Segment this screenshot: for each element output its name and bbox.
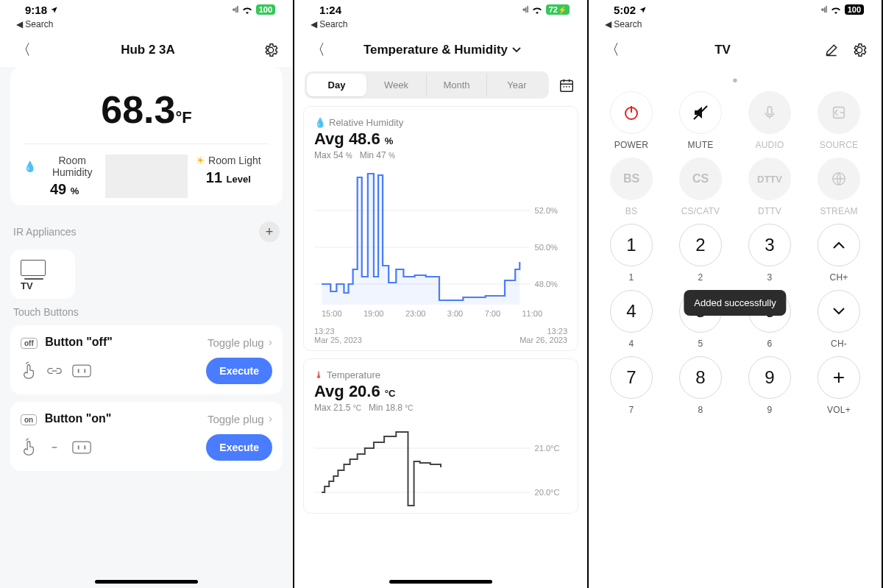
segment-week[interactable]: Week <box>366 74 427 96</box>
num-8-button[interactable]: 8 <box>679 356 722 399</box>
wifi-icon <box>830 5 842 14</box>
segment-day[interactable]: Day <box>307 74 366 96</box>
page-title: Hub 2 3A <box>121 43 175 57</box>
dttv-button[interactable]: DTTV <box>748 157 791 200</box>
touch-button-action[interactable]: Toggle plug› <box>208 412 272 425</box>
num-3-button[interactable]: 3 <box>748 224 791 266</box>
home-indicator[interactable] <box>389 580 492 584</box>
chevron-right-icon: › <box>269 412 272 425</box>
settings-button[interactable] <box>262 41 280 59</box>
svg-rect-0 <box>73 365 91 377</box>
num-7-button[interactable]: 7 <box>610 356 653 399</box>
mute-button[interactable] <box>679 91 722 134</box>
edit-button[interactable] <box>823 41 840 59</box>
power-icon <box>623 104 640 121</box>
humidity-icon: 💧 <box>314 117 326 128</box>
calendar-icon <box>558 77 575 93</box>
touch-button-action[interactable]: Toggle plug› <box>208 336 272 349</box>
segment-year[interactable]: Year <box>487 74 547 96</box>
light-label: Room Light <box>208 155 261 166</box>
page-dots[interactable]: ● <box>599 71 871 87</box>
touch-button-name: Button "on" <box>45 412 112 425</box>
state-badge: off <box>21 338 38 349</box>
humidity-card: 💧Relative Humidity Avg 48.6 % Max 54 % M… <box>303 106 578 351</box>
touch-section-label: Touch Buttons <box>13 306 79 318</box>
svg-rect-1 <box>78 369 79 372</box>
battery-indicator: 72⚡ <box>546 4 570 15</box>
num-2-button[interactable]: 2 <box>679 224 722 266</box>
back-button[interactable]: 〈 <box>13 40 34 60</box>
humidity-icon: 💧 <box>24 160 36 172</box>
svg-rect-5 <box>84 445 85 449</box>
num-4-button[interactable]: 4 <box>610 290 653 333</box>
link-icon <box>47 444 62 451</box>
touch-button-name: Button "off" <box>45 336 113 348</box>
wifi-icon <box>241 5 253 14</box>
cs-button[interactable]: CS <box>679 157 722 200</box>
humidity-value: 49 % <box>24 181 105 198</box>
page-title: TV <box>714 43 731 57</box>
globe-icon <box>831 171 847 187</box>
source-button[interactable] <box>818 91 860 134</box>
touch-button-off: off Button "off" Toggle plug› Execute <box>10 325 283 394</box>
segment-month[interactable]: Month <box>427 74 487 96</box>
battery-indicator: 100 <box>256 4 275 15</box>
temperature-card: 🌡Temperature Avg 20.6 °C Max 21.5 °C Min… <box>303 358 578 514</box>
temperature-chart: 21.0°C 20.0°C <box>314 419 567 507</box>
status-time: 1:24 <box>319 4 341 16</box>
signal-icon: •ıl <box>821 4 827 15</box>
humidity-xticks: 15:00 19:00 23:00 3:00 7:00 11:00 <box>314 306 567 319</box>
num-9-button[interactable]: 9 <box>748 356 791 399</box>
appliance-tv[interactable]: TV <box>10 249 75 299</box>
calendar-button[interactable] <box>556 75 577 96</box>
home-indicator[interactable] <box>95 580 198 584</box>
num-1-button[interactable]: 1 <box>610 224 653 266</box>
audio-button[interactable] <box>748 91 791 134</box>
mute-icon <box>692 104 709 121</box>
status-bar: 9:18 •ıl 100 <box>0 0 293 19</box>
back-button[interactable]: 〈 <box>308 40 328 60</box>
settings-button[interactable] <box>851 41 868 59</box>
svg-rect-23 <box>767 107 772 115</box>
back-to-search[interactable]: ◀ Search <box>0 19 293 29</box>
execute-button[interactable]: Execute <box>206 434 272 461</box>
signal-icon: •ıl <box>233 4 238 15</box>
bs-button[interactable]: BS <box>610 157 653 200</box>
svg-point-7 <box>563 85 564 87</box>
svg-text:21.0°C: 21.0°C <box>534 444 559 453</box>
humidity-label: Room Humidity <box>39 155 105 178</box>
back-to-search[interactable]: ◀ Search <box>589 19 882 29</box>
chevron-up-icon <box>832 241 845 249</box>
vol-up-button[interactable]: + <box>818 356 860 399</box>
gear-icon <box>263 42 279 58</box>
page-title[interactable]: Temperature & Humidity <box>364 43 521 57</box>
tap-icon <box>21 361 37 380</box>
light-icon: ☀︎ <box>196 155 205 166</box>
back-button[interactable]: 〈 <box>602 40 623 60</box>
light-value: 11 Level <box>188 169 269 186</box>
add-appliance-button[interactable]: + <box>259 222 280 242</box>
temperature-readout: 68.3°F <box>24 80 269 144</box>
pencil-icon <box>824 43 839 57</box>
ch-down-button[interactable] <box>818 290 860 333</box>
wifi-icon <box>531 5 543 14</box>
svg-point-8 <box>566 85 567 87</box>
link-icon <box>47 367 62 375</box>
signal-icon: •ıl <box>522 4 528 15</box>
ch-up-button[interactable] <box>818 224 860 266</box>
thermometer-icon: 🌡 <box>314 369 324 380</box>
tap-icon <box>21 438 37 457</box>
gear-icon <box>851 42 868 58</box>
power-button[interactable] <box>610 91 653 134</box>
svg-text:50.0%: 50.0% <box>534 243 558 252</box>
humidity-chart: 52.0% 50.0% 48.0% <box>314 166 567 306</box>
stream-button[interactable] <box>818 157 860 200</box>
location-icon <box>50 6 58 14</box>
svg-rect-4 <box>78 445 79 449</box>
toast-message: Added successfully <box>684 290 786 316</box>
outlet-icon <box>72 364 91 378</box>
execute-button[interactable]: Execute <box>206 358 272 384</box>
source-icon <box>831 105 847 121</box>
back-to-search[interactable]: ◀ Search <box>294 19 587 29</box>
state-badge: on <box>21 414 37 425</box>
